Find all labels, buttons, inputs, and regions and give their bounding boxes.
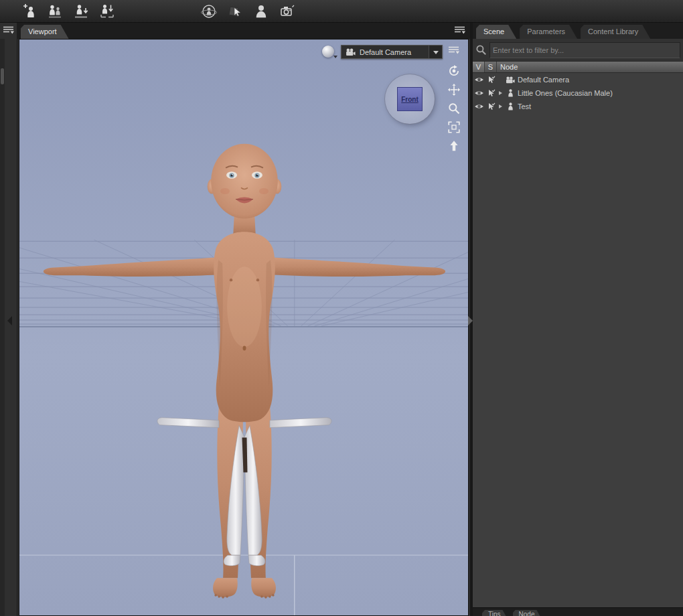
frame-selection-icon[interactable] [447, 120, 461, 135]
tab-scene[interactable]: Scene [476, 25, 516, 39]
dropdown-arrow-icon[interactable] [429, 46, 442, 58]
search-icon [475, 44, 487, 56]
orbit-figure-icon[interactable] [199, 2, 219, 21]
scene-tree-header: V S Node [473, 62, 683, 73]
pose-tool-icon[interactable] [225, 2, 245, 21]
expand-arrow-icon[interactable] [497, 91, 504, 95]
camera-icon [346, 48, 356, 56]
figure-test [157, 418, 331, 566]
viewport-canvas[interactable]: Default Camera [19, 39, 469, 616]
viewport-pane: Viewport [17, 23, 470, 616]
filter-input[interactable] [493, 46, 677, 54]
3d-scene [19, 40, 468, 615]
figure-little-ones [44, 144, 445, 599]
tab-content-library[interactable]: Content Library [581, 25, 650, 39]
column-header-selectable: S [485, 62, 497, 72]
visibility-eye-icon[interactable] [473, 90, 485, 96]
column-header-visibility: V [473, 62, 485, 72]
render-camera-icon[interactable] [277, 2, 297, 21]
left-pane-menu-icon[interactable] [3, 25, 15, 35]
right-panel-tabbar: Scene Parameters Content Library [473, 23, 683, 39]
figure-pair-icon[interactable] [45, 2, 65, 21]
figure-node-icon [504, 89, 516, 97]
filter-field [489, 42, 680, 58]
node-label[interactable]: Test [516, 102, 531, 110]
viewport-tabbar: Viewport [17, 23, 470, 39]
scene-tree: Default Camera Little Ones (Caucasian Ma… [473, 73, 683, 113]
transfer-figure-icon[interactable] [97, 2, 117, 21]
tab-node[interactable]: Node [513, 610, 544, 616]
selectable-cursor-icon[interactable] [485, 76, 497, 84]
zoom-icon[interactable] [447, 101, 461, 116]
toolbar-group-left [19, 2, 117, 21]
tree-row-little-ones[interactable]: Little Ones (Caucasian Male) [473, 86, 683, 100]
left-dock-strip [0, 23, 17, 616]
tab-parameters[interactable]: Parameters [520, 25, 577, 39]
tab-tips[interactable]: Tips [482, 610, 510, 616]
camera-selector-value: Default Camera [360, 48, 425, 56]
left-scrollbar-handle[interactable] [1, 68, 4, 84]
expand-arrow-icon[interactable] [497, 104, 504, 108]
bottom-tabbar: Tips Node [473, 607, 683, 616]
visibility-eye-icon[interactable] [473, 103, 485, 110]
tree-row-default-camera[interactable]: Default Camera [473, 73, 683, 86]
view-navigation-cube[interactable]: Front [385, 74, 435, 124]
application-window: Viewport [0, 0, 683, 616]
viewport-topbar: Default Camera [322, 45, 460, 59]
scene-filter-row [473, 39, 683, 62]
selectable-cursor-icon[interactable] [485, 89, 497, 98]
collapse-right-pane-arrow-icon[interactable] [468, 316, 473, 325]
camera-reset-up-icon[interactable] [447, 139, 461, 153]
camera-node-icon [504, 76, 516, 84]
left-scrollbar[interactable] [0, 39, 5, 616]
save-figure-icon[interactable] [71, 2, 91, 21]
pan-camera-icon[interactable] [447, 82, 461, 97]
main-toolbar [0, 0, 683, 23]
node-label[interactable]: Little Ones (Caucasian Male) [516, 89, 613, 97]
actor-icon[interactable] [251, 2, 271, 21]
column-header-node: Node [497, 62, 683, 72]
scene-panel-empty-area [473, 113, 683, 607]
toolbar-group-center [199, 2, 297, 21]
viewport-camera-tools [447, 64, 461, 153]
collapse-left-pane-arrow-icon[interactable] [7, 316, 12, 325]
orbit-camera-icon[interactable] [447, 64, 461, 78]
viewport-options-icon[interactable] [448, 46, 460, 58]
visibility-eye-icon[interactable] [473, 76, 485, 83]
nav-cube-front-face[interactable]: Front [397, 87, 423, 111]
viewport-pane-menu-icon[interactable] [454, 25, 466, 38]
node-label[interactable]: Default Camera [516, 76, 569, 84]
figure-node-icon [504, 102, 516, 110]
scene-panel: Scene Parameters Content Library V S Nod… [473, 23, 683, 616]
tab-viewport[interactable]: Viewport [21, 25, 69, 39]
selectable-cursor-icon[interactable] [485, 102, 497, 111]
camera-selector-dropdown[interactable]: Default Camera [341, 45, 443, 59]
tree-row-test[interactable]: Test [473, 100, 683, 113]
add-figure-icon[interactable] [19, 2, 39, 21]
draw-style-sphere-icon[interactable] [322, 46, 335, 59]
